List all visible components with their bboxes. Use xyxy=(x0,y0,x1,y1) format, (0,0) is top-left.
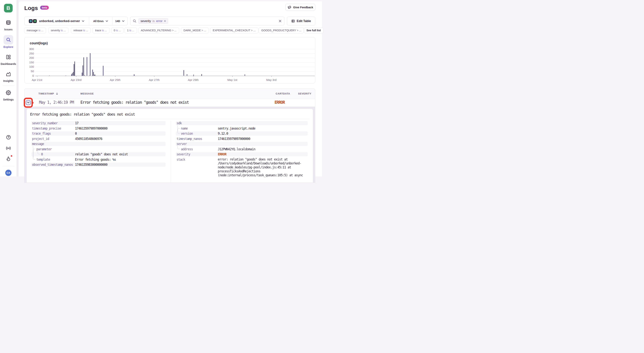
detail-key: server xyxy=(176,142,218,146)
detail-key: template xyxy=(31,158,75,161)
filter-chip-0[interactable]: 0 is ... xyxy=(111,28,124,33)
detail-key: name xyxy=(176,127,218,130)
filter-chip-severity[interactable]: severity is ... xyxy=(48,28,68,33)
chart-bar xyxy=(84,75,85,76)
see-full-list-button[interactable]: See full list xyxy=(304,28,322,33)
x-axis-tick xyxy=(37,76,37,77)
gridline xyxy=(35,49,315,49)
x-axis-tick xyxy=(154,76,154,77)
issues-icon xyxy=(6,20,11,25)
sidebar-item-insights[interactable]: Insights xyxy=(0,72,17,82)
log-timestamp: May 1, 2:46:19 PM xyxy=(39,100,74,105)
detail-row-server[interactable]: server xyxy=(176,142,308,146)
chart-bar xyxy=(71,74,72,76)
chip-key: DARK_MODE xyxy=(184,29,201,32)
give-feedback-button[interactable]: Give Feedback xyxy=(286,4,315,11)
detail-row-version[interactable]: version9.12.0 xyxy=(176,131,308,136)
filter-chip-release[interactable]: release is ... xyxy=(71,28,91,33)
detail-row-name[interactable]: namesentry.javascript.node xyxy=(176,126,308,131)
column-header-cartdata[interactable]: CARTDATA xyxy=(276,92,290,95)
detail-row-message[interactable]: message xyxy=(31,142,166,146)
sidebar-item-dashboards[interactable]: Dashboards xyxy=(0,55,17,66)
org-logo[interactable]: B xyxy=(4,4,12,13)
chip-key: severity xyxy=(51,29,60,32)
x-axis-label: Apr 25th xyxy=(104,78,126,82)
search-filter-token[interactable]: severity is error xyxy=(138,18,168,24)
log-row[interactable]: May 1, 2:46:19 PM Error fetching goods: … xyxy=(24,99,315,107)
chip-key: ADVANCED_FILTERING xyxy=(141,29,171,32)
token-remove-icon[interactable] xyxy=(164,20,166,22)
whats-new-button[interactable] xyxy=(0,156,17,161)
x-axis-label: Apr 23rd xyxy=(65,78,88,82)
detail-row-severity_number[interactable]: severity_number17 xyxy=(31,121,166,125)
detail-row-project_id[interactable]: project_id4509118548606976 xyxy=(31,137,166,141)
broadcast-button[interactable] xyxy=(0,146,17,150)
column-header-timestamp[interactable]: TIMESTAMP xyxy=(38,92,58,95)
project-selector[interactable]: unborked, unborked-server xyxy=(24,17,89,25)
chip-dots: ... xyxy=(86,29,88,32)
gridline xyxy=(35,76,315,76)
detail-row-observed_timestamp_nanos[interactable]: observed_timestamp_nanos1746135983000000… xyxy=(31,163,166,167)
filter-chip-EXPERIMENTAL_CHECKOUT[interactable]: EXPERIMENTAL_CHECKOUT > ... xyxy=(210,28,258,33)
sidebar-item-settings[interactable]: Settings xyxy=(0,90,17,101)
column-header-severity[interactable]: SEVERITY xyxy=(298,92,312,95)
date-range-selector[interactable]: 14D xyxy=(112,17,127,25)
chip-op: > xyxy=(172,29,174,32)
environment-selector[interactable]: All Envs xyxy=(89,17,112,25)
filter-chip-GOODS_PRODUCTQUERY[interactable]: GOODS_PRODUCTQUERY > ... xyxy=(259,28,304,33)
x-axis-label: Apr 21st xyxy=(26,78,48,82)
sidebar-shadow xyxy=(17,0,20,177)
gridline xyxy=(35,71,315,72)
search-clear-button[interactable] xyxy=(278,20,282,23)
y-axis-label: 0 xyxy=(24,74,34,77)
chip-op: > xyxy=(297,29,298,32)
chip-dots: ... xyxy=(41,29,43,32)
detail-value: 9.12.0 xyxy=(218,132,308,135)
chart-bar xyxy=(87,57,87,76)
detail-row-0[interactable]: 0relation "goods" does not exist xyxy=(31,152,166,156)
chart-bar xyxy=(89,75,90,76)
x-axis-label: Apr 27th xyxy=(143,78,166,82)
chart-bar xyxy=(187,74,187,76)
filter-chip-1[interactable]: 1 is ... xyxy=(124,28,137,33)
detail-row-timestamp_nanos[interactable]: timestamp_nanos1746135979897000000 xyxy=(176,137,308,141)
log-detail-title: Error fetching goods: relation "goods" d… xyxy=(30,112,135,117)
chip-dots: ... xyxy=(204,29,206,32)
detail-row-timestamp_precise[interactable]: timestamp_precise1746135979897000000 xyxy=(31,126,166,131)
detail-row-parameter[interactable]: parameter xyxy=(31,147,166,151)
chart-bar xyxy=(82,73,82,76)
filter-chip-ADVANCED_FILTERING[interactable]: ADVANCED_FILTERING > ... xyxy=(138,28,179,33)
log-message: Error fetching goods: relation "goods" d… xyxy=(80,100,189,105)
gridline xyxy=(35,62,315,63)
sidebar-item-issues[interactable]: Issues xyxy=(0,20,17,31)
filter-chip-DARK_MODE[interactable]: DARK_MODE > ... xyxy=(181,28,209,33)
detail-key: timestamp_precise xyxy=(31,127,75,130)
insights-icon xyxy=(6,72,11,77)
detail-row-template[interactable]: templateError fetching goods: %s xyxy=(31,157,166,162)
stack-line: error: relation "goods" does not exist a… xyxy=(218,157,308,161)
detail-value: J12PWN42YQ.localdomain xyxy=(218,147,308,151)
avatar[interactable]: CA xyxy=(5,170,12,176)
notification-dot xyxy=(11,155,12,157)
filter-chip-message[interactable]: message is ... xyxy=(24,28,46,33)
detail-row-sdk[interactable]: sdk xyxy=(176,121,308,125)
edit-table-button[interactable]: Edit Table xyxy=(287,17,315,26)
help-button[interactable] xyxy=(0,135,17,140)
column-header-message[interactable]: MESSAGE xyxy=(80,92,94,95)
detail-key: message xyxy=(31,142,75,146)
x-axis-tick xyxy=(76,76,76,77)
detail-row-severity[interactable]: severityERROR xyxy=(176,152,308,156)
chip-op: is xyxy=(38,29,40,32)
filter-chip-trace[interactable]: trace is ... xyxy=(92,28,110,33)
detail-column-divider xyxy=(171,121,171,177)
detail-row-stack[interactable]: stackerror: relation "goods" does not ex… xyxy=(176,157,308,177)
detail-row-address[interactable]: addressJ12PWN42YQ.localdomain xyxy=(176,147,308,151)
chart-bar xyxy=(49,75,50,76)
log-detail-card: Error fetching goods: relation "goods" d… xyxy=(26,109,313,177)
broadcast-icon xyxy=(6,146,11,150)
detail-key: parameter xyxy=(31,147,75,151)
detail-row-trace_flags[interactable]: trace_flags0 xyxy=(31,131,166,136)
node-project-icon xyxy=(33,19,37,23)
sidebar-item-explore[interactable]: Explore xyxy=(0,37,17,49)
search-input[interactable]: severity is error xyxy=(130,17,284,26)
